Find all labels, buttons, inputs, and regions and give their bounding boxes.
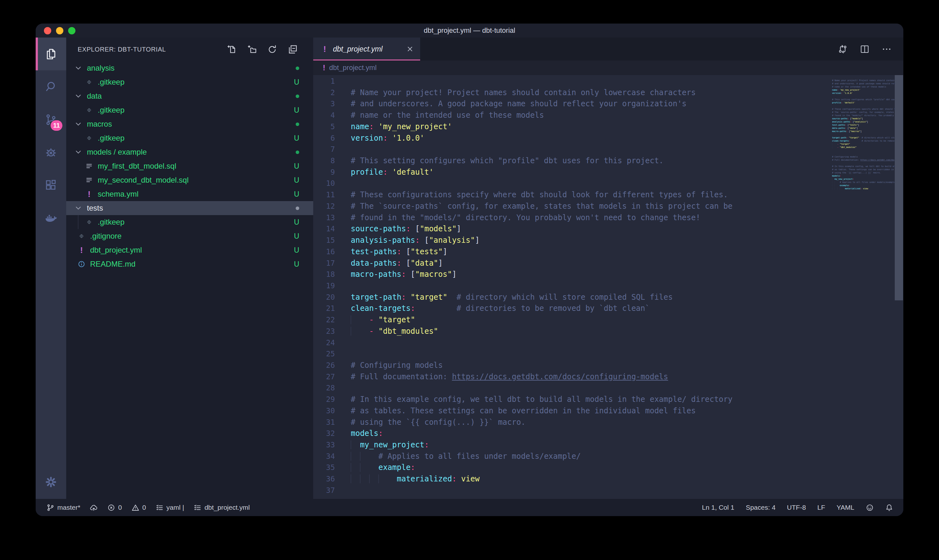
more-actions-icon[interactable] bbox=[881, 44, 892, 54]
code-line-33[interactable]: 33 my_new_project: bbox=[313, 439, 904, 451]
code-line-36[interactable]: 36 materialized: view bbox=[313, 474, 904, 485]
status-sync[interactable] bbox=[90, 504, 98, 512]
line-number: 7 bbox=[313, 144, 335, 155]
code-line-21[interactable]: 21clean-targets: # directories to be rem… bbox=[313, 303, 904, 314]
settings-button[interactable] bbox=[35, 466, 66, 498]
code-line-25[interactable]: 25 bbox=[313, 348, 904, 360]
tree-item-gitkeep[interactable]: .gitkeepU bbox=[66, 131, 313, 145]
new-folder-icon[interactable] bbox=[247, 44, 257, 55]
code-line-5[interactable]: 5name: 'my_new_project' bbox=[313, 121, 904, 133]
code-line-10[interactable]: 10 bbox=[313, 178, 904, 189]
activity-item-source-control[interactable]: 11 bbox=[35, 103, 66, 136]
activity-item-search[interactable] bbox=[35, 70, 66, 103]
git-status-badge bbox=[296, 94, 299, 98]
line-number: 36 bbox=[313, 474, 335, 485]
status-bar: master*00yaml |dbt_project.yml Ln 1, Col… bbox=[35, 499, 904, 516]
refresh-icon[interactable] bbox=[267, 44, 277, 55]
tree-item-gitkeep[interactable]: .gitkeepU bbox=[66, 215, 313, 229]
tree-item-readme-md[interactable]: README.mdU bbox=[66, 257, 313, 271]
breadcrumb-file[interactable]: dbt_project.yml bbox=[329, 64, 377, 72]
tab-dbt-project-yml[interactable]: ! dbt_project.yml bbox=[313, 37, 420, 60]
activity-item-debug[interactable] bbox=[35, 136, 66, 169]
status-cursor-position[interactable]: Ln 1, Col 1 bbox=[702, 504, 734, 511]
tree-item-gitignore[interactable]: .gitignoreU bbox=[66, 229, 313, 243]
code-line-11[interactable]: 11# These configurations specify where d… bbox=[313, 189, 904, 201]
collapse-folders-icon[interactable] bbox=[288, 44, 298, 55]
status-language[interactable]: YAML bbox=[836, 504, 854, 511]
code-line-7[interactable]: 7 bbox=[313, 144, 904, 155]
tree-item-macros[interactable]: macros bbox=[66, 117, 313, 131]
code-line-19[interactable]: 19 bbox=[313, 280, 904, 292]
code-line-32[interactable]: 32models: bbox=[313, 428, 904, 439]
tree-item-analysis[interactable]: analysis bbox=[66, 61, 313, 75]
status-encoding[interactable]: UTF-8 bbox=[787, 504, 806, 511]
code-line-34[interactable]: 34 # Applies to all files under models/e… bbox=[313, 451, 904, 462]
code-line-1[interactable]: 1 bbox=[313, 76, 904, 87]
tree-item-schema-yml[interactable]: !schema.ymlU bbox=[66, 187, 313, 201]
line-number: 6 bbox=[313, 133, 335, 144]
code-line-31[interactable]: 31# using the `{{ config(...) }}` macro. bbox=[313, 417, 904, 428]
code-line-33: my_new_project: bbox=[828, 177, 894, 181]
status-yaml-status[interactable]: yaml | bbox=[155, 504, 184, 512]
tree-item-data[interactable]: data bbox=[66, 89, 313, 103]
code-line-17[interactable]: 17data-paths: ["data"] bbox=[313, 258, 904, 269]
code-line-2[interactable]: 2# Name your project! Project names shou… bbox=[313, 87, 904, 98]
status-file-status[interactable]: dbt_project.yml bbox=[194, 504, 249, 512]
status-branch[interactable]: master* bbox=[46, 504, 80, 512]
tree-item-models-example[interactable]: models / example bbox=[66, 145, 313, 159]
status-indentation[interactable]: Spaces: 4 bbox=[746, 504, 775, 511]
editor-scrollbar[interactable] bbox=[894, 75, 904, 499]
breadcrumb[interactable]: ! dbt_project.yml bbox=[313, 60, 904, 75]
tree-item-label: README.md bbox=[90, 260, 135, 269]
tree-item-my-second-dbt-model-sql[interactable]: my_second_dbt_model.sqlU bbox=[66, 173, 313, 187]
close-button[interactable] bbox=[44, 27, 51, 34]
code-editor[interactable]: 12# Name your project! Project names sho… bbox=[313, 75, 904, 499]
code-line-22[interactable]: 22 - "target" bbox=[313, 314, 904, 326]
code-line-6[interactable]: 6version: '1.0.0' bbox=[313, 133, 904, 144]
activity-item-docker[interactable] bbox=[35, 202, 66, 234]
code-line-29[interactable]: 29# In this example config, we tell dbt … bbox=[313, 394, 904, 405]
code-line-23[interactable]: 23 - "dbt_modules" bbox=[313, 326, 904, 337]
code-line-4[interactable]: 4# name or the intended use of these mod… bbox=[313, 110, 904, 121]
code-line-26[interactable]: 26# Configuring models bbox=[313, 360, 904, 371]
activity-item-explorer[interactable] bbox=[35, 37, 66, 70]
code-line-37[interactable]: 37 bbox=[313, 485, 904, 496]
split-editor-icon[interactable] bbox=[859, 44, 870, 54]
code-line-18[interactable]: 18macro-paths: ["macros"] bbox=[313, 269, 904, 280]
open-changes-icon[interactable] bbox=[837, 44, 848, 54]
code-line-8[interactable]: 8# This setting configures which "profil… bbox=[313, 155, 904, 167]
activity-item-extensions[interactable] bbox=[35, 169, 66, 202]
code-line-3[interactable]: 3# and underscores. A good package name … bbox=[313, 98, 904, 110]
status-warnings[interactable]: 0 bbox=[131, 504, 146, 512]
code-line-16[interactable]: 16test-paths: ["tests"] bbox=[313, 246, 904, 258]
minimap[interactable]: # Name your project! Project names shoul… bbox=[826, 75, 894, 499]
tree-item-dbt-project-yml[interactable]: !dbt_project.ymlU bbox=[66, 243, 313, 257]
tree-item-gitkeep[interactable]: .gitkeepU bbox=[66, 103, 313, 117]
code-line-24[interactable]: 24 bbox=[313, 337, 904, 349]
code-line-12[interactable]: 12# The `source-paths` config, for examp… bbox=[313, 201, 904, 212]
new-file-icon[interactable] bbox=[226, 44, 237, 55]
status-notifications[interactable] bbox=[885, 504, 893, 512]
tree-item-my-first-dbt-model-sql[interactable]: my_first_dbt_model.sqlU bbox=[66, 159, 313, 173]
code-line-15[interactable]: 15analysis-paths: ["analysis"] bbox=[313, 235, 904, 246]
status-errors[interactable]: 0 bbox=[107, 504, 122, 512]
code-line-28[interactable]: 28 bbox=[313, 383, 904, 394]
code-line-13[interactable]: 13# found in the "models/" directory. Yo… bbox=[313, 212, 904, 224]
line-number: 5 bbox=[313, 121, 335, 133]
tab-close-icon[interactable] bbox=[406, 45, 414, 53]
code-line-35[interactable]: 35 example: bbox=[313, 462, 904, 474]
tree-item-gitkeep[interactable]: .gitkeepU bbox=[66, 75, 313, 89]
code-line-9[interactable]: 9profile: 'default' bbox=[313, 167, 904, 178]
code-line-27[interactable]: 27# Full documentation: https://docs.get… bbox=[313, 371, 904, 383]
code-line-14[interactable]: 14source-paths: ["models"] bbox=[313, 223, 904, 235]
code-line-20[interactable]: 20target-path: "target" # directory whic… bbox=[313, 292, 904, 303]
minimize-button[interactable] bbox=[56, 27, 63, 34]
tree-item-tests[interactable]: tests bbox=[66, 201, 313, 215]
status-feedback[interactable] bbox=[866, 504, 874, 512]
line-number: 16 bbox=[313, 246, 335, 258]
zoom-button[interactable] bbox=[68, 27, 75, 34]
status-eol[interactable]: LF bbox=[817, 504, 825, 511]
scrollbar-thumb[interactable] bbox=[895, 75, 903, 300]
code-line-30[interactable]: 30# as tables. These settings can be ove… bbox=[313, 405, 904, 417]
title-bar[interactable]: dbt_project.yml — dbt-tutorial bbox=[35, 23, 904, 37]
